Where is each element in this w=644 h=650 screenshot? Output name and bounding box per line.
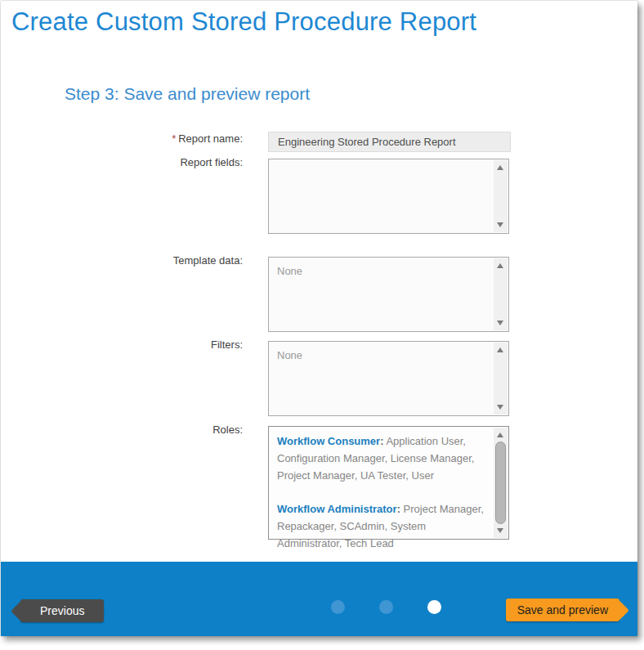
roles-row: Roles: Workflow Consumer: Application Us…	[1, 422, 637, 540]
report-name-label: *Report name:	[1, 131, 243, 145]
save-and-preview-button[interactable]: Save and preview	[506, 598, 619, 621]
role-group-name: Workflow Consumer	[277, 435, 380, 447]
report-fields-value	[269, 159, 508, 174]
scroll-up-icon[interactable]	[497, 263, 503, 268]
role-group: Workflow Administrator: Project Manager,…	[277, 500, 489, 552]
role-group: Workflow Consumer: Application User, Con…	[277, 433, 489, 484]
required-asterisk: *	[172, 132, 176, 145]
role-group-name: Workflow Administrator	[277, 503, 397, 515]
roles-label: Roles:	[1, 422, 243, 436]
report-fields-box[interactable]	[268, 159, 509, 234]
report-fields-label: Report fields:	[1, 155, 243, 168]
scroll-down-icon[interactable]	[497, 222, 503, 227]
save-button-label: Save and preview	[506, 598, 619, 621]
roles-box[interactable]: Workflow Consumer: Application User, Con…	[268, 426, 509, 540]
roles-scrollbar[interactable]	[494, 428, 508, 538]
report-form: *Report name: Report fields: Template da…	[1, 131, 637, 540]
role-separator: :	[380, 435, 383, 447]
scrollbar-thumb[interactable]	[495, 442, 506, 524]
report-name-row: *Report name:	[1, 131, 637, 152]
wizard-dialog: Create Custom Stored Procedure Report St…	[1, 1, 637, 636]
step-dot-2	[379, 600, 393, 614]
page-title: Create Custom Stored Procedure Report	[1, 1, 637, 37]
scroll-up-icon[interactable]	[497, 433, 503, 437]
scroll-up-icon[interactable]	[497, 347, 503, 352]
template-data-label: Template data:	[1, 253, 243, 267]
step-dot-1	[331, 600, 345, 614]
scroll-down-icon[interactable]	[497, 321, 503, 325]
filters-box[interactable]: None	[268, 341, 509, 416]
scroll-up-icon[interactable]	[497, 165, 503, 170]
previous-button-label: Previous	[20, 599, 104, 622]
scroll-down-icon[interactable]	[497, 528, 503, 533]
filters-value: None	[269, 342, 508, 369]
filters-scrollbar[interactable]	[494, 343, 508, 415]
wizard-footer: Previous Save and preview	[1, 562, 637, 636]
step-heading: Step 3: Save and preview report	[1, 37, 637, 104]
step-indicator	[331, 600, 441, 614]
role-separator: :	[397, 503, 400, 515]
roles-list: Workflow Consumer: Application User, Con…	[269, 427, 508, 558]
report-name-input[interactable]	[268, 132, 511, 152]
template-data-row: Template data: None	[1, 253, 637, 332]
step-dot-3-active	[427, 600, 441, 614]
template-data-box[interactable]: None	[268, 257, 509, 332]
template-data-value: None	[269, 258, 508, 285]
filters-label: Filters:	[1, 337, 243, 351]
report-fields-scrollbar[interactable]	[494, 160, 508, 232]
scroll-down-icon[interactable]	[497, 405, 503, 410]
template-data-scrollbar[interactable]	[494, 258, 508, 330]
report-fields-row: Report fields:	[1, 155, 637, 234]
filters-row: Filters: None	[1, 337, 637, 416]
previous-button[interactable]: Previous	[20, 599, 104, 622]
